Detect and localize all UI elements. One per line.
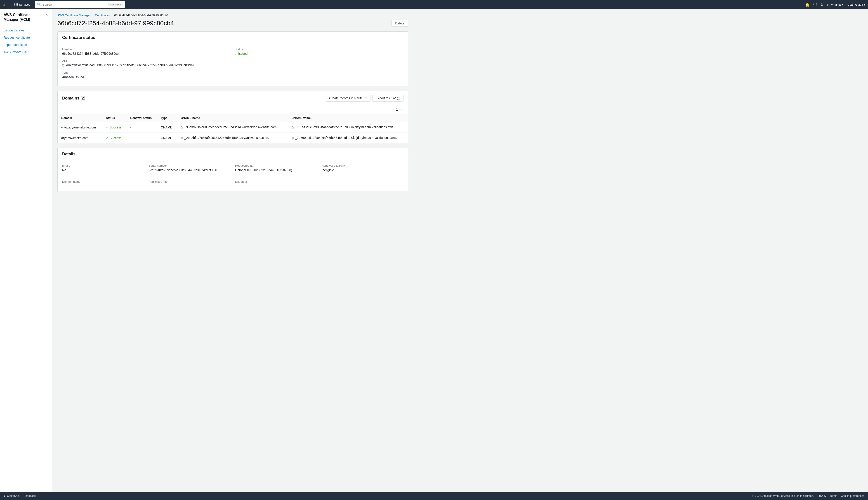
- renewal-eligibility-value: Ineligible: [322, 168, 404, 172]
- certificate-status-left: Identifier 66b6cd72-f254-4b88-b6dd-97f99…: [62, 47, 231, 82]
- cname-value-text-2: _7b360dbd19fce4264f86d686455 1d1a5.knjdl…: [295, 136, 397, 139]
- username-label: Aryan Gulati ▾: [847, 3, 865, 6]
- domains-table: Domain Status Renewal status Type CNAME …: [58, 114, 408, 143]
- user-menu[interactable]: Aryan Gulati ▾: [847, 3, 865, 6]
- pagination-prev-button[interactable]: ‹: [390, 107, 394, 112]
- top-navigation: aws Services 🔍 [Option+S] 🔔 ⓘ ⚙ N. Virgi…: [0, 0, 868, 9]
- domains-table-header-row: Domain Status Renewal status Type CNAME …: [58, 114, 408, 122]
- status-cell-1: ✓ Success: [102, 122, 127, 133]
- services-menu-button[interactable]: Services: [13, 2, 32, 7]
- col-type: Type: [157, 114, 177, 122]
- identifier-value: 66b6cd72-f254-4b88-b6dd-97f999c80cb4: [62, 52, 231, 55]
- cname-name-cell-2: ⧉ _2bb2bfda7c66af8c036422465b415a8c.arya…: [177, 133, 288, 144]
- sidebar-item-list-certificates[interactable]: List certificates: [0, 27, 52, 34]
- arn-field: ARN ⧉ arn:aws:acm:us-east-1:049072111173…: [62, 59, 231, 67]
- page-header: 66b6cd72-f254-4b88-b6dd-97f999c80cb4 Del…: [57, 20, 408, 27]
- certificate-status-panel: Certificate status Identifier 66b6cd72-f…: [57, 32, 408, 87]
- domains-panel-header: Domains (2) Create records in Route 53 E…: [58, 91, 408, 105]
- notifications-icon[interactable]: 🔔: [805, 2, 810, 7]
- details-panel-header: Details: [58, 148, 408, 160]
- status-text: Issued: [238, 52, 247, 55]
- success-text-2: Success: [109, 136, 121, 140]
- requested-at-label: Requested at: [235, 164, 317, 167]
- settings-icon[interactable]: ⚙: [821, 2, 824, 7]
- status-success-2: ✓ Success: [106, 136, 123, 140]
- arn-copy-icon[interactable]: ⧉: [62, 64, 65, 67]
- type-cell-1: CNAME: [157, 122, 177, 133]
- cname-value-copy-1[interactable]: ⧉: [292, 125, 294, 129]
- sidebar-title: AWS Certificate Manager (ACM): [4, 13, 45, 22]
- renewal-eligibility-label: Renewal eligibility: [322, 164, 404, 167]
- renewal-status-cell-2: -: [127, 133, 157, 144]
- col-status: Status: [102, 114, 127, 122]
- cname-value-copy-2[interactable]: ⧉: [292, 136, 294, 140]
- breadcrumb-sep-2: ›: [112, 14, 112, 17]
- region-label: N. Virginia ▾: [827, 3, 843, 6]
- global-search-bar[interactable]: 🔍 [Option+S]: [35, 1, 125, 8]
- arn-label: ARN: [62, 59, 231, 62]
- col-renewal-status: Renewal status: [127, 114, 157, 122]
- delete-button[interactable]: Delete: [392, 20, 408, 27]
- terms-link[interactable]: Terms: [830, 495, 837, 498]
- create-records-route53-button[interactable]: Create records in Route 53: [326, 95, 370, 102]
- issued-at-label: Issued at: [235, 180, 317, 183]
- copyright-text: © 2023, Amazon Web Services, Inc. or its…: [752, 495, 814, 498]
- sidebar-item-request-certificate[interactable]: Request certificate: [0, 34, 52, 41]
- col-cname-name: CNAME name: [177, 114, 288, 122]
- cname-name-container-2: ⧉ _2bb2bfda7c66af8c036422465b415a8c.arya…: [181, 136, 284, 140]
- sidebar-item-aws-private-ca[interactable]: AWS Private CA ➚: [0, 48, 52, 56]
- identifier-label: Identifier: [62, 47, 231, 51]
- sidebar-header: AWS Certificate Manager (ACM) ×: [0, 9, 52, 25]
- cname-value-container-1: ⧉ _7555f8a3c8a9361faabdafbfee7a6708.knjd…: [292, 125, 404, 129]
- serial-number-value: 0d:1b:48:d2:72:ad:4e:03:80:44:59:31:74:c…: [149, 168, 231, 172]
- type-cell-2: CNAME: [157, 133, 177, 144]
- cloudshell-button[interactable]: ▶ CloudShell: [4, 495, 20, 498]
- app-body: AWS Certificate Manager (ACM) × List cer…: [0, 9, 868, 492]
- sidebar-close-button[interactable]: ×: [45, 13, 48, 17]
- search-icon: 🔍: [37, 3, 41, 6]
- cname-name-cell-1: ⧉ _95c3d23b4c008dfcadeed5b518ed3d1d.www.…: [177, 122, 288, 133]
- page-title: 66b6cd72-f254-4b88-b6dd-97f999c80cb4: [57, 20, 174, 27]
- main-content: AWS Certificate Manager › Certificates ›…: [52, 9, 868, 492]
- renewal-eligibility-field: Renewal eligibility Ineligible: [322, 164, 404, 172]
- details-grid: In use No Serial number 0d:1b:48:d2:72:a…: [62, 164, 404, 188]
- services-label: Services: [19, 3, 30, 6]
- success-text-1: Success: [109, 125, 121, 129]
- breadcrumb-acm[interactable]: AWS Certificate Manager: [57, 14, 90, 17]
- svg-text:aws: aws: [3, 4, 5, 6]
- renewal-status-cell-1: -: [127, 122, 157, 133]
- aws-private-ca-label: AWS Private CA: [4, 50, 27, 54]
- status-cell-2: ✓ Success: [102, 133, 127, 144]
- pagination-next-button[interactable]: ›: [400, 107, 404, 112]
- pagination-page-number: 1: [396, 107, 398, 111]
- certificate-status-panel-header: Certificate status: [58, 32, 408, 44]
- requested-at-field: Requested at October 07, 2023, 22:02:44 …: [235, 164, 317, 172]
- cname-name-copy-1[interactable]: ⧉: [181, 125, 183, 129]
- cname-value-cell-2: ⧉ _7b360dbd19fce4264f86d686455 1d1a5.knj…: [288, 133, 408, 144]
- privacy-link[interactable]: Privacy: [817, 495, 826, 498]
- export-csv-button[interactable]: Export to CSV ⬚: [372, 95, 404, 102]
- certificate-status-grid: Identifier 66b6cd72-f254-4b88-b6dd-97f99…: [62, 47, 404, 82]
- support-icon[interactable]: ⓘ: [813, 2, 817, 7]
- aws-logo[interactable]: aws: [3, 2, 10, 7]
- cname-name-copy-2[interactable]: ⧉: [181, 136, 183, 140]
- search-input[interactable]: [43, 3, 107, 6]
- bottom-left: ▶ CloudShell Feedback: [4, 495, 36, 498]
- region-selector[interactable]: N. Virginia ▾: [827, 3, 843, 6]
- table-row: aryanswebsite.com ✓ Success - CNAME: [58, 133, 408, 144]
- public-key-label: Public key info: [149, 180, 231, 183]
- sidebar-item-import-certificate[interactable]: Import certificate: [0, 41, 52, 48]
- cname-name-value-1: _95c3d23b4c008dfcadeed5b518ed3d1d.www.ar…: [184, 125, 277, 129]
- search-shortcut: [Option+S]: [108, 3, 123, 6]
- serial-number-field: Serial number 0d:1b:48:d2:72:ad:4e:03:80…: [149, 164, 231, 172]
- issued-at-field: Issued at: [235, 180, 317, 184]
- domain-name-label: Domain name: [62, 180, 144, 183]
- success-check-icon-1: ✓: [106, 125, 109, 129]
- table-row: www.aryanswebsite.com ✓ Success - CNAME: [58, 122, 408, 133]
- domains-panel: Domains (2) Create records in Route 53 E…: [57, 91, 408, 144]
- feedback-button[interactable]: Feedback: [24, 495, 36, 498]
- breadcrumb-sep-1: ›: [92, 14, 93, 17]
- breadcrumb-certificates[interactable]: Certificates: [95, 14, 109, 17]
- cookie-link[interactable]: Cookie preferences: [841, 495, 864, 498]
- type-label: Type: [62, 71, 231, 75]
